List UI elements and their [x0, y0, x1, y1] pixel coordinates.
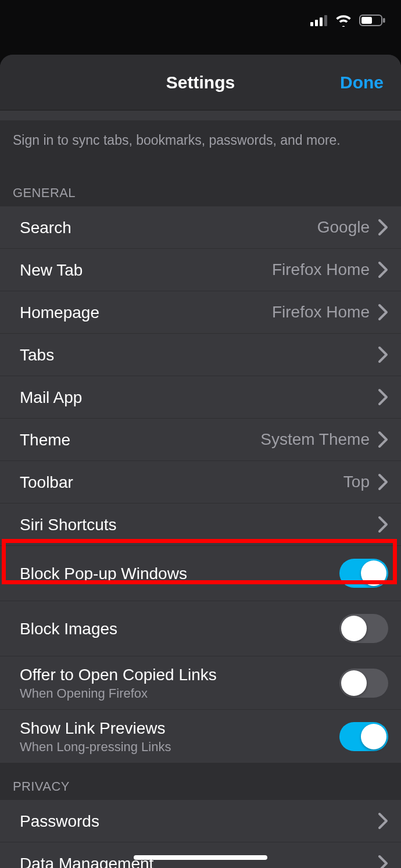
chevron-right-icon: [378, 812, 388, 830]
row-block-popups[interactable]: Block Pop-up Windows: [0, 546, 401, 601]
chevron-right-icon: [378, 346, 388, 363]
nav-bar: Settings Done: [0, 55, 401, 110]
chevron-right-icon: [378, 516, 388, 533]
chevron-right-icon: [378, 473, 388, 491]
cellular-signal-icon: [310, 15, 328, 26]
chevron-right-icon: [378, 261, 388, 278]
label-theme: Theme: [20, 430, 260, 450]
value-toolbar: Top: [343, 473, 370, 491]
row-siri-shortcuts[interactable]: Siri Shortcuts: [0, 503, 401, 546]
row-homepage[interactable]: Homepage Firefox Home: [0, 291, 401, 334]
toggle-block-popups[interactable]: [339, 559, 388, 588]
battery-icon: [359, 14, 386, 27]
label-new-tab: New Tab: [20, 260, 272, 280]
label-block-popups: Block Pop-up Windows: [20, 563, 339, 584]
chevron-right-icon: [378, 855, 388, 868]
row-block-images[interactable]: Block Images: [0, 601, 401, 656]
svg-rect-6: [383, 18, 385, 23]
label-offer-copied-links: Offer to Open Copied Links: [20, 665, 339, 685]
row-search[interactable]: Search Google: [0, 206, 401, 249]
label-passwords: Passwords: [20, 811, 378, 831]
chevron-right-icon: [378, 431, 388, 448]
row-passwords[interactable]: Passwords: [0, 800, 401, 842]
home-indicator: [134, 855, 267, 860]
row-tabs[interactable]: Tabs: [0, 334, 401, 376]
svg-rect-1: [315, 20, 318, 26]
label-mail-app: Mail App: [20, 387, 378, 408]
label-homepage: Homepage: [20, 302, 272, 323]
row-mail-app[interactable]: Mail App: [0, 376, 401, 419]
value-new-tab: Firefox Home: [272, 260, 370, 279]
settings-sheet: Settings Done Sign in to sync tabs, book…: [0, 55, 401, 868]
label-toolbar: Toolbar: [20, 472, 343, 492]
section-header-general: GENERAL: [0, 153, 401, 206]
toggle-show-link-previews[interactable]: [339, 722, 388, 751]
label-search: Search: [20, 217, 317, 238]
value-search: Google: [317, 218, 370, 237]
label-block-images: Block Images: [20, 619, 339, 639]
svg-rect-0: [310, 22, 313, 26]
chevron-right-icon: [378, 219, 388, 236]
value-theme: System Theme: [260, 430, 370, 449]
row-new-tab[interactable]: New Tab Firefox Home: [0, 249, 401, 291]
label-show-link-previews: Show Link Previews: [20, 718, 339, 738]
label-tabs: Tabs: [20, 345, 378, 365]
toggle-offer-copied-links[interactable]: [339, 669, 388, 698]
page-title: Settings: [166, 73, 235, 92]
svg-rect-5: [361, 17, 372, 24]
sublabel-show-link-previews: When Long-pressing Links: [20, 740, 339, 755]
svg-rect-2: [320, 17, 323, 26]
sublabel-offer-copied-links: When Opening Firefox: [20, 686, 339, 701]
wifi-icon: [335, 14, 352, 27]
label-siri-shortcuts: Siri Shortcuts: [20, 515, 378, 535]
value-homepage: Firefox Home: [272, 303, 370, 322]
done-button[interactable]: Done: [340, 73, 384, 92]
row-offer-copied-links[interactable]: Offer to Open Copied Links When Opening …: [0, 656, 401, 710]
row-toolbar[interactable]: Toolbar Top: [0, 461, 401, 503]
row-theme[interactable]: Theme System Theme: [0, 419, 401, 461]
section-header-privacy: PRIVACY: [0, 763, 401, 800]
sync-signin-note: Sign in to sync tabs, bookmarks, passwor…: [0, 121, 401, 153]
row-show-link-previews[interactable]: Show Link Previews When Long-pressing Li…: [0, 710, 401, 763]
toggle-block-images[interactable]: [339, 614, 388, 643]
chevron-right-icon: [378, 388, 388, 406]
chevron-right-icon: [378, 303, 388, 321]
group-general: Search Google New Tab Firefox Home Homep…: [0, 206, 401, 763]
svg-rect-3: [324, 15, 327, 26]
status-bar: [0, 0, 401, 41]
